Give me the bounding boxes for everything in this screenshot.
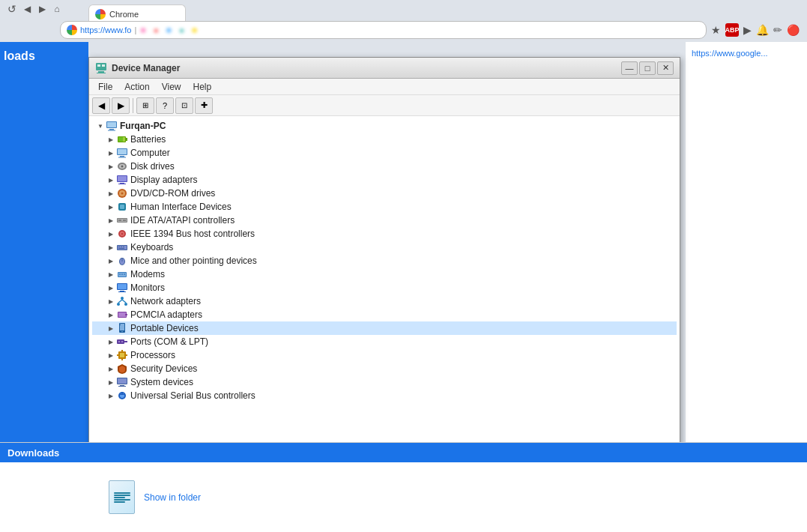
tree-item-portable[interactable]: ▶ Portable Devices (92, 321, 677, 335)
back-icon[interactable]: ◀ (21, 3, 33, 15)
svg-rect-54 (118, 291, 126, 292)
tree-item-dvd[interactable]: ▶ DVD/CD-ROM drives (92, 187, 677, 200)
minimize-button[interactable]: — (621, 61, 638, 75)
address-bar[interactable]: https://www.fo | ● ● ● ● ● (60, 21, 707, 39)
modems-label: Modems (130, 269, 165, 279)
ext-icon3[interactable]: ✏ (773, 24, 782, 36)
menu-action[interactable]: Action (118, 80, 155, 94)
svg-rect-68 (124, 341, 127, 342)
usb-expand[interactable]: ▶ (106, 390, 116, 401)
svg-rect-21 (118, 176, 127, 181)
root-expand-arrow[interactable]: ▼ (95, 121, 106, 131)
svg-rect-38 (118, 246, 127, 250)
security-expand[interactable]: ▶ (106, 363, 116, 374)
tree-item-usb[interactable]: ▶ Universal Serial Bus controllers (92, 389, 677, 402)
ieee-expand[interactable]: ▶ (106, 229, 116, 239)
network-expand[interactable]: ▶ (106, 296, 116, 306)
ext-icon2[interactable]: 🔔 (756, 24, 769, 36)
file-line-5 (114, 501, 125, 503)
processors-expand[interactable]: ▶ (106, 350, 116, 360)
tree-item-ieee[interactable]: ▶ IEEE 1394 Bus host controllers (92, 227, 677, 241)
security-label: Security Devices (130, 363, 197, 374)
display-expand[interactable]: ▶ (106, 175, 116, 185)
svg-point-26 (121, 193, 124, 195)
tree-item-processors[interactable]: ▶ Processors (92, 348, 677, 362)
downloads-section: Downloads Show in folder (0, 442, 807, 532)
reload-icon[interactable]: ↺ (6, 3, 18, 15)
toolbar-forward[interactable]: ▶ (112, 97, 130, 114)
modems-expand[interactable]: ▶ (106, 269, 116, 279)
menu-view[interactable]: View (156, 80, 187, 94)
svg-rect-72 (120, 353, 124, 357)
google-link[interactable]: https://www.google... (692, 49, 768, 58)
computer-expand[interactable]: ▶ (106, 148, 116, 158)
site-info-icon (67, 25, 77, 35)
tree-item-network[interactable]: ▶ Network adapters (92, 294, 677, 308)
svg-rect-84 (120, 394, 124, 395)
toolbar-help[interactable]: ? (156, 97, 174, 114)
processors-icon (116, 349, 128, 361)
tree-item-computer[interactable]: ▶ Computer (92, 146, 677, 160)
tree-item-security[interactable]: ▶ Security Devices (92, 362, 677, 375)
abp-icon[interactable]: ABP (725, 23, 739, 37)
tree-item-hid[interactable]: ▶ Human Interface Devices (92, 200, 677, 214)
menu-help[interactable]: Help (187, 80, 218, 94)
toolbar-scan[interactable]: ⊡ (175, 97, 193, 114)
file-line-1 (114, 492, 130, 494)
star-icon[interactable]: ★ (711, 24, 721, 36)
svg-rect-33 (123, 220, 126, 221)
tree-item-pcmcia[interactable]: ▶ PCMCIA adapters (92, 308, 677, 321)
ide-expand[interactable]: ▶ (106, 215, 116, 226)
tree-item-keyboard[interactable]: ▶ Keyboards (92, 241, 677, 254)
ext-icon4[interactable]: 🔴 (787, 24, 800, 36)
dvd-expand[interactable]: ▶ (106, 188, 116, 199)
keyboard-expand[interactable]: ▶ (106, 242, 116, 253)
toolbar-properties[interactable]: ⊞ (136, 97, 154, 114)
disk-icon (116, 160, 128, 172)
portable-expand[interactable]: ▶ (106, 323, 116, 333)
window-title: Device Manager (112, 63, 617, 73)
svg-point-50 (124, 273, 125, 275)
tree-root[interactable]: ▼ Furqan-PC (92, 119, 677, 133)
batteries-expand[interactable]: ▶ (106, 134, 116, 145)
home-icon[interactable]: ⌂ (51, 3, 63, 15)
svg-rect-70 (121, 341, 123, 342)
mice-expand[interactable]: ▶ (106, 256, 116, 266)
svg-rect-53 (120, 291, 124, 291)
tree-item-batteries[interactable]: ▶ Batteries (92, 133, 677, 146)
tree-item-ports[interactable]: ▶ Ports (COM & LPT) (92, 335, 677, 348)
maximize-button[interactable]: □ (639, 61, 656, 75)
tree-item-display[interactable]: ▶ Display adapters (92, 173, 677, 187)
tree-item-system[interactable]: ▶ System devices (92, 375, 677, 389)
hid-label: Human Interface Devices (130, 202, 232, 212)
tab-row: ↺ ◀ ▶ ⌂ Chrome (0, 0, 807, 19)
tree-item-disk[interactable]: ▶ Disk drives (92, 160, 677, 173)
svg-rect-67 (117, 339, 124, 344)
disk-label: Disk drives (130, 161, 175, 172)
menu-file[interactable]: File (92, 80, 118, 94)
right-panel: https://www.google... (686, 42, 807, 442)
chrome-tab[interactable]: Chrome (88, 4, 186, 21)
modems-icon (116, 268, 128, 280)
system-expand[interactable]: ▶ (106, 377, 116, 387)
ports-expand[interactable]: ▶ (106, 336, 116, 347)
ext-icon1[interactable]: ▶ (743, 24, 752, 36)
tree-item-modems[interactable]: ▶ Modems (92, 267, 677, 281)
tree-item-mice[interactable]: ▶ Mice and other pointing devices (92, 254, 677, 267)
disk-expand[interactable]: ▶ (106, 161, 116, 172)
show-in-folder-link[interactable]: Show in folder (144, 492, 201, 503)
forward-icon[interactable]: ▶ (36, 3, 48, 15)
ports-icon (116, 336, 128, 348)
close-button[interactable]: ✕ (657, 61, 674, 75)
svg-rect-69 (118, 341, 120, 342)
svg-rect-22 (120, 183, 124, 184)
processors-label: Processors (130, 350, 175, 360)
pcmcia-expand[interactable]: ▶ (106, 309, 116, 320)
tree-item-ide[interactable]: ▶ IDE ATA/ATAPI controllers (92, 214, 677, 227)
toolbar-back[interactable]: ◀ (92, 97, 110, 114)
tree-item-monitors[interactable]: ▶ Monitors (92, 281, 677, 294)
monitors-expand[interactable]: ▶ (106, 282, 116, 293)
toolbar-update[interactable]: ✚ (195, 97, 213, 114)
svg-line-58 (118, 300, 122, 303)
hid-expand[interactable]: ▶ (106, 202, 116, 212)
